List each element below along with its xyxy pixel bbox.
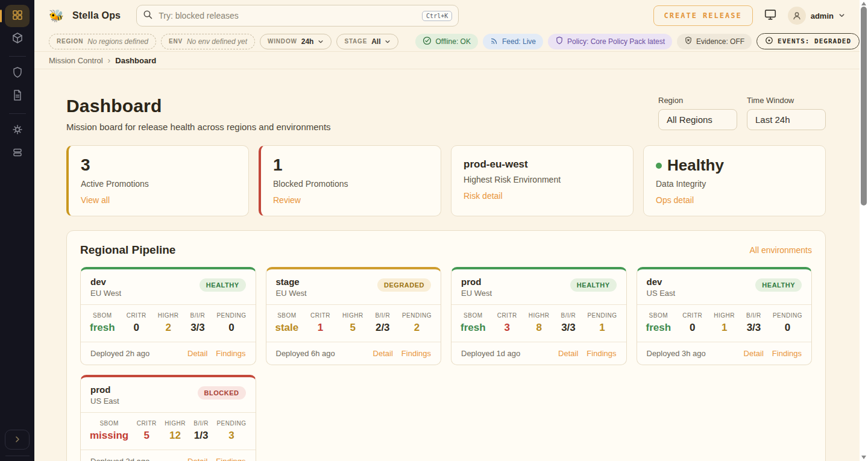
findings-link[interactable]: Findings [216, 457, 245, 461]
pipeline-card-dev-eu-west: dev EU West HEALTHY SBOMfresh CRITR0 HIG… [80, 267, 256, 365]
stage-scope-value: All [371, 37, 380, 46]
top-bar: 🐝 Stella Ops Ctrl+K CREATE RELEASE admin [34, 0, 860, 31]
policy-status-text: Policy: Core Policy Pack latest [567, 37, 665, 46]
chevron-down-icon [838, 10, 845, 21]
check-circle-icon [423, 36, 432, 47]
findings-link[interactable]: Findings [401, 349, 431, 358]
policy-status-pill[interactable]: Policy: Core Policy Pack latest [548, 34, 672, 49]
env-region: EU West [90, 289, 121, 298]
data-integrity-status: Healthy [667, 156, 724, 175]
card-label: Active Promotions [81, 179, 236, 189]
offline-status-text: Offline: OK [435, 37, 470, 46]
sidebar-divider [9, 56, 26, 57]
metric-value: 12 [165, 430, 186, 442]
review-link[interactable]: Review [273, 195, 301, 205]
events-status-pill[interactable]: EVENTS: DEGRADED [756, 33, 860, 49]
sidebar-item-releases[interactable] [5, 28, 30, 50]
server-icon [11, 146, 24, 161]
evidence-status-pill[interactable]: Evidence: OFF [677, 34, 752, 49]
env-region: US East [90, 397, 119, 406]
deployed-text: Deployed 1d ago [461, 349, 520, 358]
scroll-up-arrow[interactable] [861, 2, 866, 5]
region-scope-pill[interactable]: REGION No regions defined [49, 34, 156, 49]
events-status-text: EVENTS: DEGRADED [778, 37, 851, 45]
page-title: Dashboard [66, 96, 331, 116]
pipeline-grid: dev EU West HEALTHY SBOMfresh CRITR0 HIG… [80, 267, 812, 461]
metric-label: CRITR [682, 312, 702, 319]
metric-label: B/I/R [375, 312, 390, 319]
time-filter-select[interactable]: Last 24h [747, 109, 826, 130]
deployed-text: Deployed 3d ago [90, 457, 149, 461]
search-input[interactable] [159, 11, 417, 20]
metric-label: HIGHR [158, 312, 179, 319]
metric-value: 3/3 [746, 322, 761, 334]
metric-value: stale [275, 322, 299, 334]
sidebar-item-infrastructure[interactable] [5, 142, 30, 165]
metric-label: HIGHR [165, 420, 186, 427]
sidebar [0, 0, 34, 461]
metric-value: fresh [646, 322, 671, 334]
detail-link[interactable]: Detail [187, 349, 207, 358]
env-scope-label: ENV [169, 38, 183, 45]
metric-label: SBOM [461, 312, 486, 319]
window-scope-value: 24h [301, 37, 314, 46]
region-filter-select[interactable]: All Regions [658, 109, 737, 130]
regional-pipeline-panel: Regional Pipeline All environments dev E… [66, 230, 826, 461]
sidebar-item-settings[interactable] [5, 119, 30, 142]
chevron-right-icon [14, 434, 21, 445]
all-environments-link[interactable]: All environments [750, 245, 813, 255]
view-all-link[interactable]: View all [81, 195, 110, 205]
findings-link[interactable]: Findings [587, 349, 616, 358]
highest-risk-env: prod-eu-west [464, 156, 621, 171]
stage-scope-pill[interactable]: STAGE All [336, 34, 398, 49]
sidebar-item-security[interactable] [5, 62, 30, 84]
metric-label: PENDING [216, 420, 246, 427]
feed-status-pill[interactable]: Feed: Live [483, 34, 543, 49]
sidebar-item-documents[interactable] [5, 85, 30, 107]
region-scope-label: REGION [57, 38, 83, 45]
main-area: 🐝 Stella Ops Ctrl+K CREATE RELEASE admin [34, 0, 868, 461]
detail-link[interactable]: Detail [187, 457, 207, 461]
metric-value: 8 [529, 322, 550, 334]
vertical-scrollbar[interactable] [860, 0, 868, 461]
create-release-button[interactable]: CREATE RELEASE [653, 5, 753, 26]
findings-link[interactable]: Findings [772, 349, 802, 358]
metric-value: 1 [310, 322, 330, 334]
metric-value: 0 [216, 322, 246, 334]
sidebar-item-dashboard[interactable] [5, 5, 30, 27]
sidebar-expand-button[interactable] [5, 430, 30, 450]
detail-link[interactable]: Detail [373, 349, 393, 358]
env-name: dev [647, 277, 676, 287]
scrollbar-thumb[interactable] [861, 7, 867, 205]
metric-label: B/I/R [193, 420, 209, 427]
pipeline-card-prod-us-east: prod US East BLOCKED SBOMmissing CRITR5 … [80, 375, 256, 461]
display-mode-button[interactable] [764, 8, 777, 24]
breadcrumb-parent[interactable]: Mission Control [49, 56, 103, 65]
window-scope-pill[interactable]: WINDOW 24h [260, 34, 332, 49]
findings-link[interactable]: Findings [216, 349, 245, 358]
metric-value: 3 [216, 430, 246, 442]
chevron-down-icon [318, 36, 324, 47]
user-menu[interactable]: admin [788, 7, 845, 25]
page-subtitle: Mission board for release health across … [66, 122, 331, 132]
env-scope-pill[interactable]: ENV No env defined yet [161, 34, 255, 49]
global-search[interactable]: Ctrl+K [136, 5, 459, 27]
scroll-down-arrow[interactable] [861, 456, 866, 459]
ops-detail-link[interactable]: Ops detail [656, 195, 694, 205]
target-icon [765, 36, 773, 46]
metric-label: CRITR [127, 312, 146, 319]
metric-label: PENDING [216, 312, 246, 319]
detail-link[interactable]: Detail [558, 349, 578, 358]
pipeline-card-prod-eu-west: prod EU West HEALTHY SBOMfresh CRITR3 HI… [451, 267, 627, 365]
metric-label: PENDING [773, 312, 802, 319]
offline-status-pill[interactable]: Offline: OK [415, 34, 477, 49]
sidebar-divider [5, 456, 30, 456]
active-promotions-card: 3 Active Promotions View all [66, 145, 249, 216]
page-content: Dashboard Mission board for release heal… [34, 69, 860, 461]
risk-detail-link[interactable]: Risk detail [464, 191, 503, 201]
app-root: 🐝 Stella Ops Ctrl+K CREATE RELEASE admin [0, 0, 868, 461]
metric-value: 1 [587, 322, 617, 334]
metric-label: HIGHR [714, 312, 735, 319]
detail-link[interactable]: Detail [744, 349, 764, 358]
metric-value: 2 [402, 322, 432, 334]
